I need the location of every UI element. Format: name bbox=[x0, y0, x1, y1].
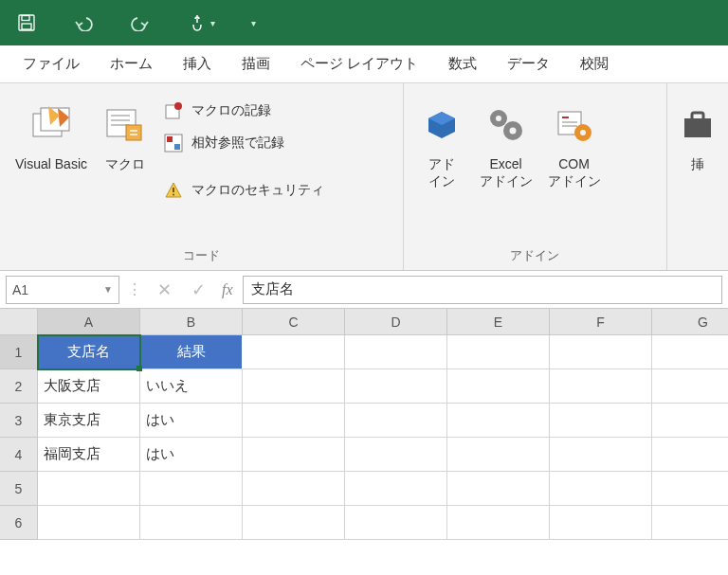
cell-E4[interactable] bbox=[447, 438, 550, 472]
undo-icon[interactable] bbox=[68, 8, 99, 38]
cell-F5[interactable] bbox=[550, 472, 652, 506]
cell-E6[interactable] bbox=[447, 506, 550, 540]
svg-rect-9 bbox=[126, 125, 141, 140]
col-header-F[interactable]: F bbox=[550, 309, 652, 335]
cell-E5[interactable] bbox=[447, 472, 550, 506]
macros-button[interactable]: マクロ bbox=[95, 93, 155, 178]
col-header-G[interactable]: G bbox=[652, 309, 728, 335]
row-header-6[interactable]: 6 bbox=[0, 506, 38, 540]
cell-E3[interactable] bbox=[447, 404, 550, 438]
cell-A1[interactable]: 支店名 bbox=[38, 335, 140, 369]
com-addins-icon bbox=[555, 99, 594, 152]
tab-draw[interactable]: 描画 bbox=[227, 45, 285, 82]
record-macro-icon bbox=[163, 100, 184, 121]
cell-F1[interactable] bbox=[550, 335, 652, 369]
tab-home[interactable]: ホーム bbox=[95, 45, 168, 82]
cell-B4[interactable]: はい bbox=[140, 438, 243, 472]
cell-B2[interactable]: いいえ bbox=[140, 369, 243, 404]
fx-label[interactable]: fx bbox=[218, 281, 237, 298]
tab-insert[interactable]: 挿入 bbox=[168, 45, 227, 82]
formula-input[interactable]: 支店名 bbox=[243, 276, 722, 304]
record-macro-button[interactable]: マクロの記録 bbox=[155, 95, 332, 127]
relative-reference-button[interactable]: 相対参照で記録 bbox=[155, 127, 332, 159]
cell-D3[interactable] bbox=[345, 404, 447, 438]
row-header-2[interactable]: 2 bbox=[0, 369, 38, 404]
spreadsheet-grid[interactable]: A B C D E F G 1 支店名 結果 2 大阪支店 いいえ 3 東京支店… bbox=[0, 309, 728, 540]
cell-A4[interactable]: 福岡支店 bbox=[38, 438, 140, 472]
cell-G5[interactable] bbox=[652, 472, 728, 506]
macro-security-label: マクロのセキュリティ bbox=[191, 182, 324, 199]
svg-rect-30 bbox=[692, 113, 703, 120]
cell-B3[interactable]: はい bbox=[140, 404, 243, 438]
cell-B6[interactable] bbox=[140, 506, 243, 540]
cell-G6[interactable] bbox=[652, 506, 728, 540]
col-header-E[interactable]: E bbox=[447, 309, 550, 335]
macro-security-button[interactable]: マクロのセキュリティ bbox=[155, 174, 332, 207]
ribbon-group-code: Visual Basic マクロ マクロの記録 bbox=[0, 83, 404, 270]
cell-F3[interactable] bbox=[550, 404, 652, 438]
cell-D1[interactable] bbox=[345, 335, 447, 369]
cell-D4[interactable] bbox=[345, 438, 447, 472]
col-header-C[interactable]: C bbox=[243, 309, 345, 335]
visual-basic-button[interactable]: Visual Basic bbox=[8, 93, 95, 178]
group-addins-label: アドイン bbox=[411, 243, 659, 270]
cell-C4[interactable] bbox=[243, 438, 345, 472]
cell-C3[interactable] bbox=[243, 404, 345, 438]
cell-A3[interactable]: 東京支店 bbox=[38, 404, 140, 438]
cell-D6[interactable] bbox=[345, 506, 447, 540]
col-header-A[interactable]: A bbox=[38, 309, 140, 335]
svg-rect-15 bbox=[167, 136, 173, 142]
tab-page-layout[interactable]: ページ レイアウト bbox=[285, 45, 433, 82]
excel-addins-icon bbox=[486, 99, 526, 152]
row-header-4[interactable]: 4 bbox=[0, 438, 38, 472]
addins-button[interactable]: アド イン bbox=[411, 93, 472, 195]
cell-G4[interactable] bbox=[652, 438, 728, 472]
com-addins-button[interactable]: COM アドイン bbox=[540, 93, 609, 195]
select-all-corner[interactable] bbox=[0, 309, 38, 335]
svg-rect-16 bbox=[174, 144, 180, 150]
redo-icon[interactable] bbox=[125, 8, 155, 38]
ribbon-tabs: ファイル ホーム 挿入 描画 ページ レイアウト 数式 データ 校閲 bbox=[0, 45, 728, 83]
cell-F4[interactable] bbox=[550, 438, 652, 472]
enter-icon[interactable]: ✓ bbox=[184, 279, 212, 300]
qat-customize-icon[interactable]: ▾ bbox=[251, 18, 256, 28]
cancel-icon[interactable]: ✕ bbox=[150, 279, 178, 300]
cell-G1[interactable] bbox=[652, 335, 728, 369]
cell-B1[interactable]: 結果 bbox=[140, 335, 243, 369]
cell-A2[interactable]: 大阪支店 bbox=[38, 369, 140, 404]
cell-D2[interactable] bbox=[345, 369, 447, 404]
cell-C1[interactable] bbox=[243, 335, 345, 369]
formula-bar-expand-icon[interactable]: ⋮ bbox=[125, 280, 144, 298]
cell-A6[interactable] bbox=[38, 506, 140, 540]
tab-file[interactable]: ファイル bbox=[8, 45, 95, 82]
cell-B5[interactable] bbox=[140, 472, 243, 506]
cell-A5[interactable] bbox=[38, 472, 140, 506]
tab-data[interactable]: データ bbox=[492, 45, 565, 82]
cell-C6[interactable] bbox=[243, 506, 345, 540]
row-header-5[interactable]: 5 bbox=[0, 472, 38, 506]
save-icon[interactable] bbox=[11, 8, 42, 38]
cell-F2[interactable] bbox=[550, 369, 652, 404]
col-header-B[interactable]: B bbox=[140, 309, 243, 335]
cell-D5[interactable] bbox=[345, 472, 447, 506]
cell-C2[interactable] bbox=[243, 369, 345, 404]
cell-C5[interactable] bbox=[243, 472, 345, 506]
insert-control-button[interactable]: 挿 bbox=[675, 93, 720, 178]
tab-review[interactable]: 校閲 bbox=[565, 45, 624, 82]
tab-formulas[interactable]: 数式 bbox=[433, 45, 492, 82]
cell-G3[interactable] bbox=[652, 404, 728, 438]
cell-F6[interactable] bbox=[550, 506, 652, 540]
cell-G2[interactable] bbox=[652, 369, 728, 404]
row-header-1[interactable]: 1 bbox=[0, 335, 38, 369]
cell-E2[interactable] bbox=[447, 369, 550, 404]
cell-E1[interactable] bbox=[447, 335, 550, 369]
name-box-dropdown-icon[interactable]: ▼ bbox=[103, 284, 113, 295]
col-header-D[interactable]: D bbox=[345, 309, 447, 335]
touch-mode-icon[interactable] bbox=[182, 8, 212, 38]
qat-dropdown-icon[interactable]: ▾ bbox=[210, 18, 215, 28]
group-code-label: コード bbox=[8, 243, 395, 270]
name-box[interactable]: A1 ▼ bbox=[6, 276, 119, 304]
briefcase-icon bbox=[682, 99, 713, 152]
excel-addins-button[interactable]: Excel アドイン bbox=[472, 93, 540, 195]
row-header-3[interactable]: 3 bbox=[0, 404, 38, 438]
